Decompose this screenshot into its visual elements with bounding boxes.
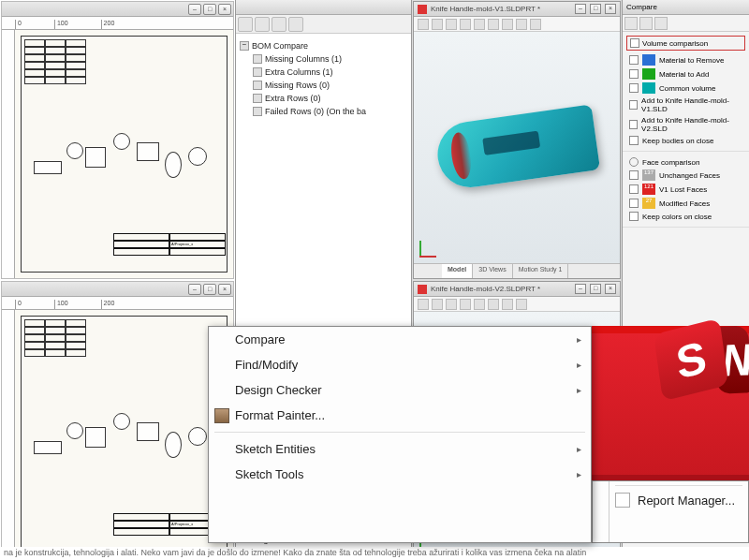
- bom-table: [24, 39, 86, 84]
- rotate-icon[interactable]: [446, 19, 457, 30]
- checkbox[interactable]: [629, 170, 639, 180]
- viewport-titlebar: Knife Handle-mold-V2.SLDPRT * – □ ×: [414, 282, 620, 297]
- tree-item[interactable]: Extra Columns (1): [240, 66, 407, 79]
- ruler-horizontal: 0 100 200: [2, 297, 233, 310]
- compare-row-common[interactable]: Common volume: [626, 81, 745, 95]
- paintbrush-icon: [214, 408, 229, 423]
- foreground-overlay: ƷSSOLIDWORKS Compare W S Compare▸ Find/M…: [208, 326, 749, 543]
- toolbar-button[interactable]: [288, 17, 303, 32]
- menu-design-checker[interactable]: Design Checker▸: [209, 377, 591, 403]
- pan-icon[interactable]: [432, 19, 443, 30]
- minimize-button[interactable]: –: [188, 4, 201, 15]
- title-block: A/Projecxx_x: [113, 233, 226, 271]
- close-button[interactable]: ×: [218, 284, 231, 295]
- view-icon[interactable]: [502, 299, 513, 310]
- toolbar-button[interactable]: [238, 17, 253, 32]
- menu-compare[interactable]: Compare▸: [209, 327, 591, 352]
- view-icon[interactable]: [516, 299, 527, 310]
- view-icon[interactable]: [502, 19, 513, 30]
- color-swatch: 121: [642, 184, 655, 195]
- face-comparison-header[interactable]: Face comparison: [626, 156, 745, 168]
- compare-row-unchanged[interactable]: 137Unchanged Faces: [626, 169, 745, 182]
- tree-item[interactable]: Missing Rows (0): [240, 79, 407, 92]
- ruler-vertical: [2, 310, 15, 558]
- checkbox[interactable]: [629, 136, 639, 145]
- minimize-button[interactable]: –: [575, 284, 586, 294]
- minimize-button[interactable]: –: [188, 284, 201, 295]
- maximize-button[interactable]: □: [203, 4, 216, 15]
- checkbox[interactable]: [629, 69, 639, 79]
- maximize-button[interactable]: □: [590, 4, 601, 14]
- checkbox[interactable]: [629, 184, 639, 194]
- checkbox[interactable]: [629, 199, 639, 208]
- section-icon[interactable]: [474, 299, 485, 310]
- tab-motion[interactable]: Motion Study 1: [513, 264, 569, 278]
- tab-3dviews[interactable]: 3D Views: [473, 264, 512, 278]
- minimize-button[interactable]: –: [575, 4, 586, 14]
- toolbar-button[interactable]: [272, 17, 286, 32]
- drawing-sheet[interactable]: A/Projecxx_x: [15, 310, 233, 558]
- submenu-arrow-icon: ▸: [577, 385, 581, 395]
- view-icon[interactable]: [530, 19, 541, 30]
- view-icon[interactable]: [516, 19, 527, 30]
- zoom-icon[interactable]: [418, 299, 429, 310]
- color-swatch: 27: [642, 198, 655, 209]
- keep-colors[interactable]: Keep colors on close: [626, 211, 745, 222]
- fit-icon[interactable]: [460, 299, 471, 310]
- viewport-title: Knife Handle-mold-V1.SLDPRT *: [431, 5, 540, 13]
- toolbar-button[interactable]: [654, 17, 668, 30]
- radio[interactable]: [629, 157, 639, 167]
- tab-model[interactable]: Model: [442, 264, 473, 278]
- ruler-vertical: [2, 30, 15, 278]
- checkbox[interactable]: [629, 55, 639, 65]
- compare-row-lost[interactable]: 121V1 Lost Faces: [626, 183, 745, 196]
- menu-sketch-entities[interactable]: Sketch Entities▸: [209, 436, 591, 462]
- compare-row-remove[interactable]: Material to Remove: [626, 53, 745, 66]
- pan-icon[interactable]: [432, 299, 443, 310]
- toolbar-button[interactable]: [639, 17, 653, 30]
- menu-format-painter[interactable]: Format Painter...: [209, 403, 591, 428]
- maximize-button[interactable]: □: [203, 284, 216, 295]
- color-swatch: 137: [642, 169, 655, 181]
- toolbar-button[interactable]: [624, 17, 638, 30]
- keep-bodies[interactable]: Keep bodies on close: [626, 135, 745, 146]
- tree-item[interactable]: Extra Rows (0): [240, 92, 407, 105]
- tree-item[interactable]: Failed Rows (0) (On the ba: [240, 105, 407, 118]
- view-toolbar: [414, 297, 620, 312]
- close-button[interactable]: ×: [218, 4, 231, 15]
- checkbox[interactable]: [629, 120, 638, 129]
- checkbox[interactable]: [629, 83, 639, 93]
- checkbox[interactable]: [630, 38, 639, 48]
- add-to-ref2[interactable]: Add to Knife Handle-mold-V2.SLD: [626, 115, 745, 134]
- close-button[interactable]: ×: [605, 284, 616, 294]
- checkbox[interactable]: [629, 212, 639, 221]
- section-icon[interactable]: [474, 19, 485, 30]
- display-icon[interactable]: [488, 19, 499, 30]
- menu-find-modify[interactable]: Find/Modify▸: [209, 352, 591, 377]
- drawing-sheet[interactable]: A/Projecxx_x: [15, 30, 233, 278]
- close-button[interactable]: ×: [605, 4, 616, 14]
- drawing-column: – □ × 0 100 200: [0, 0, 236, 560]
- 3d-canvas[interactable]: [414, 32, 620, 263]
- compare-row-add[interactable]: Material to Add: [626, 67, 745, 81]
- add-to-ref1[interactable]: Add to Knife Handle-mold-V1.SLD: [626, 96, 745, 114]
- maximize-button[interactable]: □: [590, 284, 601, 294]
- display-icon[interactable]: [488, 299, 499, 310]
- menu-report-manager[interactable]: Report Manager...: [609, 490, 748, 511]
- rotate-icon[interactable]: [446, 299, 457, 310]
- fit-icon[interactable]: [460, 19, 471, 30]
- exploded-view: [34, 114, 214, 227]
- color-swatch: [642, 68, 655, 80]
- orientation-triad[interactable]: [419, 235, 442, 258]
- menu-sketch-tools[interactable]: Sketch Tools▸: [209, 462, 591, 487]
- tree-root[interactable]: BOM Compare: [240, 39, 407, 52]
- viewport-top: Knife Handle-mold-V1.SLDPRT * – □ ×: [413, 1, 621, 279]
- volume-comparison-header[interactable]: Volume comparison: [626, 36, 745, 51]
- tools-menu: Compare▸ Find/Modify▸ Design Checker▸ Fo…: [208, 326, 592, 543]
- zoom-icon[interactable]: [418, 19, 429, 30]
- compare-row-modified[interactable]: 27Modified Faces: [626, 197, 745, 210]
- toolbar-button[interactable]: [255, 17, 270, 32]
- tree-item[interactable]: Missing Columns (1): [240, 52, 407, 66]
- checkbox[interactable]: [629, 100, 638, 110]
- viewport-title: Knife Handle-mold-V2.SLDPRT *: [431, 285, 540, 293]
